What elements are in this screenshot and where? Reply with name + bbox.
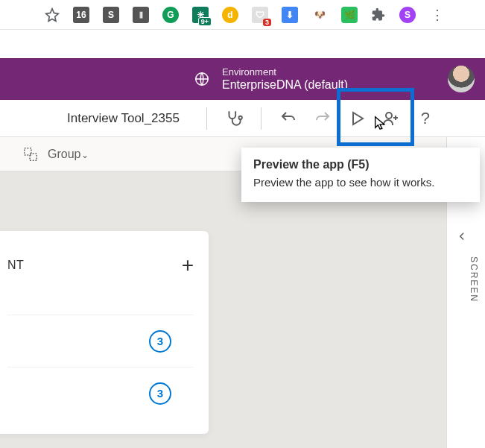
group-dropdown[interactable]: Group ⌄ xyxy=(48,148,89,161)
skype-icon[interactable]: S xyxy=(103,7,119,23)
group-icon[interactable] xyxy=(22,146,39,163)
badge-count: 9+ xyxy=(198,17,212,26)
profile-avatar-icon[interactable]: S xyxy=(399,7,416,23)
environment-bar: Environment EnterpriseDNA (default) xyxy=(0,58,485,100)
right-panel-label[interactable]: SCREEN xyxy=(469,256,479,303)
help-button[interactable]: ? xyxy=(410,104,440,133)
undo-button[interactable] xyxy=(273,104,303,133)
extension-icon[interactable]: ☀9+ xyxy=(192,7,209,23)
divider xyxy=(261,107,261,130)
globe-icon[interactable] xyxy=(194,71,210,87)
divider xyxy=(206,107,207,130)
count-badge: 3 xyxy=(149,330,171,353)
grammarly-icon[interactable]: G xyxy=(162,7,179,23)
extensions-puzzle-icon[interactable] xyxy=(371,7,386,22)
share-button[interactable] xyxy=(376,104,406,133)
extension-icon[interactable]: d xyxy=(222,7,238,23)
list-item[interactable]: 3 xyxy=(7,315,194,352)
extension-icon[interactable]: ⦀ xyxy=(133,7,149,23)
bookmark-star-icon[interactable] xyxy=(45,7,60,22)
panel-collapse-button[interactable] xyxy=(455,230,469,246)
extension-icon[interactable]: 🐶 xyxy=(311,7,328,23)
preview-tooltip: Preview the app (F5) Preview the app to … xyxy=(241,148,480,202)
environment-label: Environment xyxy=(222,66,348,78)
svg-point-1 xyxy=(238,116,241,119)
kebab-menu-icon[interactable]: ⋮ xyxy=(429,7,444,22)
tooltip-body: Preview the app to see how it works. xyxy=(253,176,468,189)
svg-point-2 xyxy=(386,113,392,119)
list-item[interactable]: 3 xyxy=(7,367,194,404)
extension-icon[interactable]: ⬇ xyxy=(282,7,298,23)
blank-strip xyxy=(0,30,485,58)
evernote-icon[interactable]: 🌿 xyxy=(341,7,358,23)
count-badge: 3 xyxy=(149,382,171,405)
add-button[interactable]: + xyxy=(182,253,194,277)
app-checker-button[interactable] xyxy=(219,104,249,133)
badge-count: 3 xyxy=(263,19,271,26)
app-title: Interview Tool_2355 xyxy=(67,111,180,126)
user-avatar[interactable] xyxy=(448,66,475,92)
chevron-down-icon: ⌄ xyxy=(81,150,89,160)
tooltip-title: Preview the app (F5) xyxy=(253,158,468,171)
left-card: NT + 3 3 xyxy=(0,231,209,434)
preview-button[interactable] xyxy=(342,104,372,133)
card-title-fragment: NT xyxy=(7,259,24,272)
extension-icon[interactable]: 16 xyxy=(73,7,89,23)
extension-icon[interactable]: 🛡3 xyxy=(252,7,268,23)
environment-name: EnterpriseDNA (default) xyxy=(222,78,348,92)
environment-selector[interactable]: Environment EnterpriseDNA (default) xyxy=(222,66,348,92)
browser-extension-bar: 16 S ⦀ G ☀9+ d 🛡3 ⬇ 🐶 🌿 S ⋮ xyxy=(0,0,485,30)
redo-button[interactable] xyxy=(308,104,337,133)
command-bar: Interview Tool_2355 ? xyxy=(0,100,485,137)
